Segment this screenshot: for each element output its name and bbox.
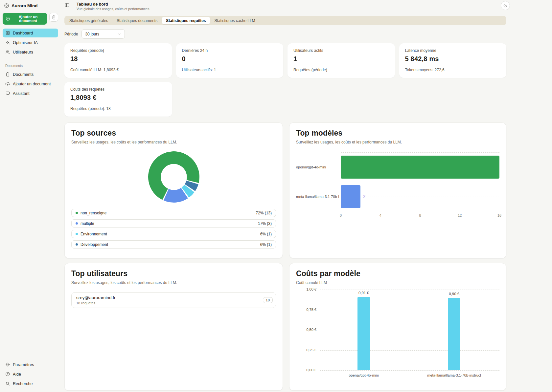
x-category-label: meta-llama/llama-3.1-70b-instruct bbox=[427, 373, 481, 377]
panel-title: Top modèles bbox=[296, 129, 499, 138]
gear-icon bbox=[5, 362, 10, 367]
stat-card-dernieres-24h: Dernières 24 h 0 Utilisateurs actifs: 1 bbox=[176, 43, 284, 78]
gridline bbox=[320, 330, 499, 330]
donut-legend: non_renseigne 72% (13) multiple 17% (3) … bbox=[71, 209, 276, 249]
charts-grid: Top sources Surveillez les usages, les c… bbox=[64, 122, 506, 392]
dark-mode-button[interactable] bbox=[501, 1, 510, 10]
panel-title: Coûts par modèle bbox=[296, 269, 499, 278]
panel-left-icon bbox=[64, 3, 70, 8]
models-bar-chart: openai/gpt-4o-minimeta-llama/llama-3.1-7… bbox=[296, 152, 499, 219]
period-select-value: 30 jours bbox=[85, 32, 99, 36]
user-badge: 18 bbox=[263, 297, 273, 303]
moon-icon bbox=[503, 3, 508, 8]
model-axis-label: openai/gpt-4o-mini bbox=[296, 152, 339, 182]
period-select[interactable]: 30 jours bbox=[81, 29, 125, 39]
stat-card-requetes: Requêtes (période) 18 Coût cumulé LLM: 1… bbox=[64, 43, 172, 78]
content: Statistiques générales Statistiques docu… bbox=[61, 11, 552, 392]
user-row[interactable]: srey@auroramind.fr 18 requêtes 18 bbox=[71, 292, 276, 308]
sidebar-toggle-button[interactable] bbox=[64, 3, 70, 8]
stat-cards-row-2: Coûts des requêtes 1,8093 € Requêtes (pé… bbox=[64, 82, 506, 117]
sidebar: Aurora Mind Ajouter un document Dashboar… bbox=[0, 0, 61, 392]
stat-value: 5 842,8 ms bbox=[405, 55, 501, 63]
legend-item-multiple[interactable]: multiple 17% (3) bbox=[71, 219, 276, 228]
donut-svg bbox=[147, 150, 201, 204]
bar-row: 2 bbox=[341, 182, 499, 211]
page-heading: Tableau de bord Vue globale des usages, … bbox=[77, 2, 150, 11]
panel-couts-par-modele: Coûts par modèle Coût cumulé LLM 1,00 €0… bbox=[289, 263, 506, 391]
stat-value: 1,8093 € bbox=[70, 94, 166, 101]
sidebar-item-ajouter-document[interactable]: Ajouter un document bbox=[3, 79, 58, 88]
costs-bar-chart: 1,00 €0,75 €0,50 €0,25 €0,00 € 0,91 €0,9… bbox=[296, 290, 499, 370]
tab-statistiques-requetes[interactable]: Statistiques requêtes bbox=[162, 17, 210, 24]
tab-statistiques-generales[interactable]: Statistiques générales bbox=[65, 17, 112, 24]
legend-item-non-renseigne[interactable]: non_renseigne 72% (13) bbox=[71, 209, 276, 217]
legend-item-environnement[interactable]: Environnement 6% (1) bbox=[71, 230, 276, 238]
x-tick-label: 8 bbox=[419, 213, 421, 217]
chat-bubble-icon bbox=[5, 91, 10, 96]
upload-cloud-icon bbox=[5, 81, 10, 86]
model-bar-llama-3-1-70b[interactable] bbox=[341, 185, 360, 208]
sidebar-footer: Paramètres Aide Recherche bbox=[3, 360, 58, 389]
clipboard-icon bbox=[5, 72, 10, 77]
bar-value-label: 0,90 € bbox=[449, 292, 459, 296]
y-axis: 1,00 €0,75 €0,50 €0,25 €0,00 € bbox=[296, 290, 320, 370]
sidebar-item-parametres[interactable]: Paramètres bbox=[3, 360, 58, 369]
sidebar-item-assistant[interactable]: Assistant bbox=[3, 89, 58, 98]
y-tick-label: 0,75 € bbox=[306, 308, 316, 312]
tab-statistiques-documents[interactable]: Statistiques documents bbox=[113, 17, 161, 24]
panel-subtitle: Surveillez les usages, les coûts et les … bbox=[296, 140, 499, 144]
gridline bbox=[320, 310, 499, 310]
grid-icon bbox=[5, 31, 10, 35]
x-category-label: openai/gpt-4o-mini bbox=[349, 373, 379, 377]
gridline bbox=[341, 152, 499, 153]
panel-top-utilisateurs: Top utilisateurs Surveillez les usages, … bbox=[64, 263, 283, 391]
sidebar-item-optimiseur-ia[interactable]: Optimiseur IA bbox=[3, 38, 58, 47]
sidebar-item-utilisateurs[interactable]: Utilisateurs bbox=[3, 48, 58, 56]
cost-bar-llama-3-1-70b[interactable] bbox=[448, 298, 460, 370]
stats-tabbar: Statistiques générales Statistiques docu… bbox=[64, 16, 506, 25]
period-label: Période bbox=[64, 32, 78, 36]
panel-subtitle: Coût cumulé LLM bbox=[296, 280, 499, 285]
sidebar-item-aide[interactable]: Aide bbox=[3, 370, 58, 379]
legend-dot bbox=[76, 222, 78, 225]
model-axis-label: meta-llama/llama-3.1-70b-instruct bbox=[296, 182, 339, 211]
sidebar-item-recherche[interactable]: Recherche bbox=[3, 379, 58, 388]
sidebar-item-documents[interactable]: Documents bbox=[3, 70, 58, 79]
plus-circle-icon bbox=[6, 16, 10, 21]
sidebar-section-documents: Documents bbox=[5, 64, 56, 68]
help-circle-icon bbox=[5, 372, 10, 377]
x-tick-label: 16 bbox=[497, 213, 501, 217]
model-bar-gpt-4o-mini[interactable] bbox=[341, 156, 499, 179]
legend-item-developpement[interactable]: Developpement 6% (1) bbox=[71, 240, 276, 249]
legend-dot bbox=[76, 233, 78, 235]
brand-name: Aurora Mind bbox=[12, 3, 38, 8]
costs-plot-area: 0,91 €0,90 € bbox=[320, 290, 499, 370]
stat-card-latence: Latence moyenne 5 842,8 ms Tokens moyens… bbox=[399, 43, 507, 78]
topbar: Tableau de bord Vue globale des usages, … bbox=[61, 0, 552, 11]
legend-dot bbox=[76, 243, 78, 246]
cost-bar-gpt-4o-mini[interactable] bbox=[357, 297, 370, 370]
stat-value: 0 bbox=[182, 55, 278, 63]
x-tick-label: 0 bbox=[340, 213, 342, 217]
stat-value: 1 bbox=[293, 55, 389, 63]
donut-chart bbox=[71, 150, 276, 204]
gridline bbox=[320, 350, 499, 351]
divider bbox=[73, 3, 73, 9]
sidebar-item-dashboard[interactable]: Dashboard bbox=[3, 29, 58, 37]
x-tick-label: 12 bbox=[458, 213, 462, 217]
page-subtitle: Vue globale des usages, coûts et perform… bbox=[77, 7, 150, 11]
y-tick-label: 0,00 € bbox=[306, 368, 316, 372]
stat-value: 18 bbox=[70, 55, 166, 63]
sparkles-icon bbox=[5, 40, 10, 45]
page-title: Tableau de bord bbox=[77, 2, 150, 7]
stat-cards-row: Requêtes (période) 18 Coût cumulé LLM: 1… bbox=[64, 43, 506, 78]
user-info: srey@auroramind.fr 18 requêtes bbox=[76, 295, 116, 305]
users-icon bbox=[5, 50, 10, 54]
user-email: srey@auroramind.fr bbox=[76, 295, 116, 300]
clipboard-button[interactable] bbox=[49, 13, 58, 22]
tab-statistiques-cache-llm[interactable]: Statistiques cache LLM bbox=[211, 17, 259, 24]
search-icon bbox=[5, 381, 10, 386]
add-document-button[interactable]: Ajouter un document bbox=[3, 13, 47, 25]
panel-subtitle: Surveillez les usages, les coûts et les … bbox=[71, 140, 276, 144]
bar-value-label: 2 bbox=[363, 194, 365, 199]
